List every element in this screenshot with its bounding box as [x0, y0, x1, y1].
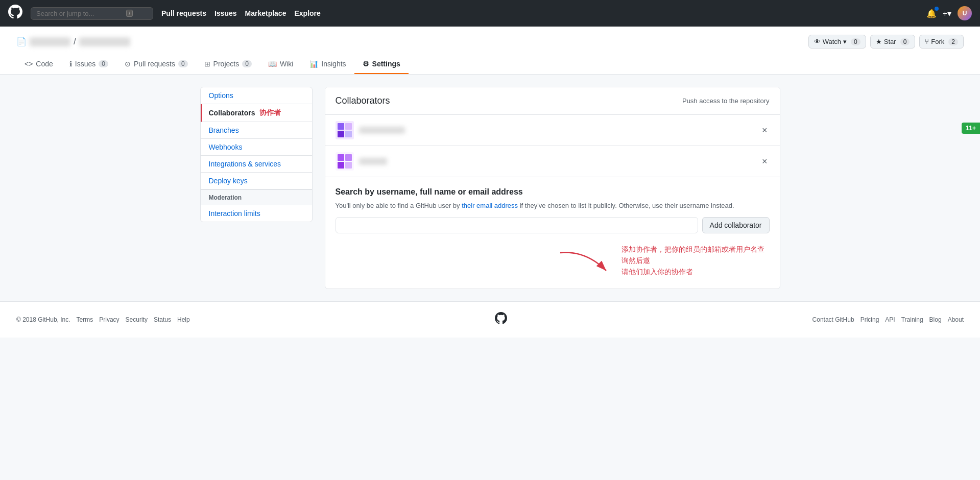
repo-actions: 👁 Watch ▾ 0 ★ Star 0 ⑂ Fork 2 [808, 35, 964, 49]
eye-icon: 👁 [814, 38, 821, 45]
tab-pull-requests[interactable]: ⊙ Pull requests 0 [116, 55, 196, 74]
collaborators-cn-label: 协作者 [259, 108, 281, 117]
tab-issues[interactable]: ℹ Issues 0 [61, 55, 116, 74]
star-icon: ★ [876, 38, 882, 45]
top-navigation: / Pull requests Issues Marketplace Explo… [0, 0, 980, 27]
fork-button[interactable]: ⑂ Fork 2 [919, 35, 964, 49]
sidebar-item-webhooks[interactable]: Webhooks [201, 139, 312, 156]
sidebar-item-collaborators[interactable]: Collaborators 协作者 [201, 104, 312, 122]
github-logo[interactable] [8, 5, 22, 22]
footer-blog[interactable]: Blog [929, 316, 942, 323]
footer-help[interactable]: Help [177, 316, 190, 323]
notification-badge [935, 7, 939, 11]
star-label: Star [884, 38, 896, 45]
slash-badge: / [126, 10, 133, 17]
footer-pricing[interactable]: Pricing [861, 316, 879, 323]
fork-icon: ⑂ [925, 38, 929, 45]
moderation-section-header: Moderation [201, 189, 312, 205]
collaborator-search-input[interactable] [336, 217, 698, 233]
watch-button[interactable]: 👁 Watch ▾ 0 [808, 35, 866, 49]
watch-label: Watch [823, 38, 841, 45]
code-icon: <> [25, 60, 33, 68]
search-box[interactable]: / [31, 7, 153, 20]
add-collaborator-section: Search by username, full name or email a… [325, 177, 780, 244]
footer-github-logo [495, 312, 507, 327]
footer-left: © 2018 GitHub, Inc. Terms Privacy Securi… [16, 316, 190, 323]
sidebar-item-integrations[interactable]: Integrations & services [201, 156, 312, 173]
email-address-link[interactable]: their email address [462, 202, 518, 209]
footer-training[interactable]: Training [901, 316, 923, 323]
fork-count: 2 [948, 38, 958, 45]
tab-insights[interactable]: 📊 Insights [301, 55, 354, 74]
sidebar-item-deploy-keys[interactable]: Deploy keys [201, 173, 312, 189]
collaborators-header: Collaborators Push access to the reposit… [325, 87, 780, 115]
sidebar-nav-box: Options Collaborators 协作者 Branches Webho… [200, 87, 313, 222]
search-input[interactable] [36, 10, 123, 17]
footer-terms[interactable]: Terms [77, 316, 93, 323]
top-nav-right: 🔔 +▾ U [926, 6, 972, 20]
collaborator-2-avatar [336, 152, 354, 171]
settings-content-panel: Collaborators Push access to the reposit… [325, 87, 780, 289]
search-description: You'll only be able to find a GitHub use… [336, 201, 770, 211]
issues-icon: ℹ [69, 60, 72, 68]
search-title: Search by username, full name or email a… [336, 187, 770, 197]
tab-settings[interactable]: ⚙ Settings [354, 55, 409, 74]
main-content: Options Collaborators 协作者 Branches Webho… [184, 75, 797, 301]
tab-code[interactable]: <> Code [16, 55, 61, 74]
insights-icon: 📊 [309, 60, 318, 68]
nav-explore[interactable]: Explore [294, 9, 320, 17]
footer-right: Contact GitHub Pricing API Training Blog… [812, 316, 964, 323]
collaborator-1-avatar [336, 121, 354, 139]
repo-header: 📄 / 👁 Watch ▾ 0 ★ Star 0 ⑂ Fork 2 [0, 27, 980, 75]
remove-collaborator-2-button[interactable]: × [760, 154, 770, 169]
top-nav-links: Pull requests Issues Marketplace Explore [161, 9, 321, 17]
notifications-bell[interactable]: 🔔 [926, 9, 937, 18]
annotation-wrapper: 添加协作者，把你的组员的邮箱或者用户名查询然后邀 请他们加入你的协作者 [555, 244, 770, 278]
tab-wiki[interactable]: 📖 Wiki [260, 55, 301, 74]
user-avatar[interactable]: U [958, 6, 972, 20]
collaborator-2-name [359, 158, 387, 165]
collaborator-row-1: × [325, 115, 780, 146]
remove-collaborator-1-button[interactable]: × [760, 123, 770, 138]
repo-owner[interactable] [30, 37, 70, 46]
red-arrow-icon [555, 248, 616, 278]
push-access-label: Push access to the repository [682, 97, 770, 105]
fork-label: Fork [931, 38, 944, 45]
star-button[interactable]: ★ Star 0 [870, 35, 916, 49]
nav-issues[interactable]: Issues [214, 9, 237, 17]
collaborator-1-name [359, 127, 405, 134]
watch-dropdown-icon[interactable]: ▾ [843, 38, 847, 45]
wiki-icon: 📖 [268, 60, 277, 68]
add-collaborator-button[interactable]: Add collaborator [702, 217, 770, 233]
copyright: © 2018 GitHub, Inc. [16, 316, 70, 323]
side-notification-badge[interactable]: 11+ [962, 123, 980, 134]
collaborator-1-info [336, 121, 405, 139]
projects-icon: ⊞ [204, 60, 210, 68]
page-footer: © 2018 GitHub, Inc. Terms Privacy Securi… [0, 301, 980, 338]
pr-count: 0 [178, 60, 188, 67]
annotation-text: 添加协作者，把你的组员的邮箱或者用户名查询然后邀 请他们加入你的协作者 [622, 244, 770, 278]
create-new-button[interactable]: +▾ [943, 9, 951, 18]
sidebar-item-interaction-limits[interactable]: Interaction limits [201, 205, 312, 222]
repo-icon: 📄 [16, 37, 27, 46]
sidebar-item-branches[interactable]: Branches [201, 122, 312, 139]
footer-privacy[interactable]: Privacy [99, 316, 119, 323]
nav-marketplace[interactable]: Marketplace [245, 9, 286, 17]
nav-pull-requests[interactable]: Pull requests [161, 9, 206, 17]
footer-about[interactable]: About [948, 316, 964, 323]
footer-security[interactable]: Security [126, 316, 148, 323]
watch-count: 0 [851, 38, 861, 45]
footer-status[interactable]: Status [154, 316, 171, 323]
add-collaborator-row: Add collaborator [336, 217, 770, 233]
repo-tabs: <> Code ℹ Issues 0 ⊙ Pull requests 0 ⊞ P… [16, 55, 964, 74]
issues-count: 0 [99, 60, 108, 67]
tab-projects[interactable]: ⊞ Projects 0 [196, 55, 260, 74]
repo-name[interactable] [79, 37, 130, 46]
repo-title-row: 📄 / 👁 Watch ▾ 0 ★ Star 0 ⑂ Fork 2 [16, 35, 964, 49]
footer-contact-github[interactable]: Contact GitHub [812, 316, 854, 323]
collaborators-title: Collaborators [336, 95, 390, 106]
footer-api[interactable]: API [885, 316, 895, 323]
settings-sidebar: Options Collaborators 协作者 Branches Webho… [200, 87, 313, 289]
sidebar-item-options[interactable]: Options [201, 87, 312, 104]
star-count: 0 [900, 38, 910, 45]
